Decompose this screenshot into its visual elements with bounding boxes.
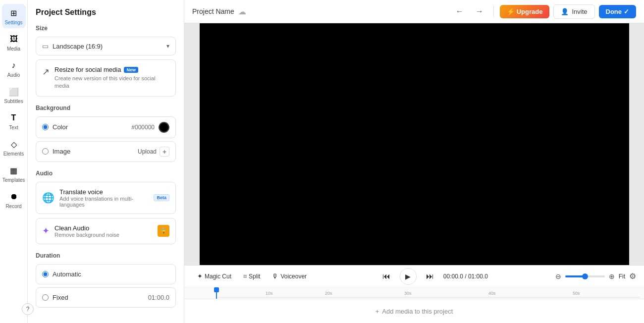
timeline-settings-button[interactable]: ⚙ [629,271,636,281]
zoom-slider[interactable] [565,275,605,277]
color-preview-swatch[interactable] [159,122,169,133]
skip-back-button[interactable]: ⏮ [379,269,394,284]
current-time: 00:00.0 / 01:00.0 [443,273,488,280]
magic-cut-icon: ✦ [197,272,203,280]
image-label: Image [53,148,138,155]
playhead-handle[interactable] [214,287,219,292]
settings-icon: ⊞ [8,7,20,19]
translate-content: Translate voice Add voice translations i… [59,188,149,208]
fixed-value: 01:00.0 [148,294,169,301]
top-bar: Project Name ☁ ← → ⚡ Upgrade 👤 Invite Do… [184,0,644,23]
sidebar-item-record[interactable]: ⏺ Record [2,188,26,212]
sidebar-item-text[interactable]: T Text [2,109,26,133]
add-image-icon[interactable]: + [160,147,169,157]
size-section-label: Size [36,25,176,32]
resize-card-desc: Create new version of this video for soc… [54,75,169,90]
bottom-bar: ✦ Magic Cut ⌗ Split 🎙 Voiceover ⏮ ▶ ⏭ 00… [184,265,644,323]
sidebar-audio-label: Audio [7,72,20,78]
image-radio[interactable] [42,148,49,155]
playback-controls: ⏮ ▶ ⏭ 00:00.0 / 01:00.0 [314,268,553,285]
fixed-radio[interactable] [42,294,49,301]
fit-button[interactable]: Fit [619,273,625,280]
automatic-radio[interactable] [42,271,49,277]
translate-desc: Add voice translations in multi-language… [59,196,149,208]
landscape-icon: ▭ [42,42,49,50]
icon-sidebar: ⊞ Settings 🖼 Media ♪ Audio ⬜ Subtitles T… [0,0,28,323]
sidebar-item-elements[interactable]: ◇ Elements [2,135,26,160]
clean-audio-title: Clean Audio [54,224,153,232]
settings-panel: Project Settings Size ▭ Landscape (16:9)… [28,0,184,323]
resize-card-title: Resize for social media New [54,66,169,73]
upgrade-button[interactable]: ⚡ Upgrade [500,5,550,18]
audio-icon: ♪ [8,59,20,71]
audio-section: Audio 🌐 Translate voice Add voice transl… [36,170,176,244]
voiceover-icon: 🎙 [272,272,278,280]
resize-social-card[interactable]: ↗ Resize for social media New Create new… [36,59,176,97]
help-button[interactable]: ? [22,303,34,315]
color-label: Color [53,123,131,131]
nav-divider [493,5,494,17]
invite-button[interactable]: 👤 Invite [553,4,594,19]
duration-section: Duration Automatic Fixed 01:00.0 [36,252,176,308]
zoom-thumb[interactable] [582,273,588,279]
lock-badge: 🔒 [158,225,169,237]
color-option[interactable]: Color #000000 [36,116,176,138]
automatic-option[interactable]: Automatic [36,264,176,284]
sidebar-item-templates[interactable]: ▦ Templates [2,162,26,186]
done-button[interactable]: Done ✓ [599,5,637,18]
main-area: Project Name ☁ ← → ⚡ Upgrade 👤 Invite Do… [184,0,644,323]
clean-audio-desc: Remove background noise [54,232,153,238]
video-canvas [200,23,629,265]
clean-audio-icon: ✦ [42,225,50,236]
sidebar-media-label: Media [7,46,20,52]
split-button[interactable]: ⌗ Split [238,270,265,283]
color-radio[interactable] [42,124,49,130]
background-section-label: Background [36,105,176,111]
play-button[interactable]: ▶ [400,268,417,285]
clean-audio-content: Clean Audio Remove background noise [54,224,153,238]
new-badge: New [124,67,138,73]
beta-badge: Beta [154,194,169,201]
size-dropdown[interactable]: ▭ Landscape (16:9) ▾ [36,37,176,55]
sidebar-item-media[interactable]: 🖼 Media [2,30,26,54]
zoom-out-icon[interactable]: ⊖ [555,272,561,280]
magic-cut-button[interactable]: ✦ Magic Cut [192,270,236,282]
text-icon: T [8,112,20,124]
sidebar-templates-label: Templates [2,177,25,183]
translate-voice-card[interactable]: 🌐 Translate voice Add voice translations… [36,182,176,214]
automatic-label: Automatic [53,270,169,278]
timeline-ticks [216,287,640,299]
translate-icon: 🌐 [42,192,54,204]
skip-forward-button[interactable]: ⏭ [423,269,437,284]
fixed-option[interactable]: Fixed 01:00.0 [36,287,176,308]
video-preview [184,23,644,265]
chevron-down-icon: ▾ [166,43,169,50]
panel-title: Project Settings [36,8,176,17]
sidebar-item-subtitles[interactable]: ⬜ Subtitles [2,83,26,107]
undo-button[interactable]: ← [452,3,468,19]
color-hex-value: #000000 [131,124,155,131]
voiceover-button[interactable]: 🎙 Voiceover [267,270,312,282]
add-media-area[interactable]: + Add media to this project [188,308,640,315]
upload-label[interactable]: Upload [138,148,157,155]
subtitles-icon: ⬜ [8,86,20,98]
add-media-label: Add media to this project [382,308,453,315]
sidebar-settings-label: Settings [4,20,22,25]
sidebar-item-settings[interactable]: ⊞ Settings [2,4,26,28]
invite-icon: 👤 [561,8,569,15]
playhead-line [216,287,217,299]
sidebar-record-label: Record [5,204,21,209]
elements-icon: ◇ [8,138,20,150]
fixed-label: Fixed [53,294,148,301]
cloud-save-icon: ☁ [238,7,246,16]
image-option[interactable]: Image Upload + [36,141,176,162]
sidebar-item-audio[interactable]: ♪ Audio [2,56,26,81]
redo-button[interactable]: → [472,3,487,19]
resize-icon: ↗ [42,66,50,77]
project-name: Project Name [192,7,234,15]
time-separator: / [465,273,468,280]
zoom-in-icon[interactable]: ⊕ [609,272,615,280]
clean-audio-card[interactable]: ✦ Clean Audio Remove background noise 🔒 [36,218,176,244]
toolbar-right: ⊖ ⊕ Fit ⚙ [555,271,636,281]
timeline-track: + Add media to this project [184,299,644,323]
